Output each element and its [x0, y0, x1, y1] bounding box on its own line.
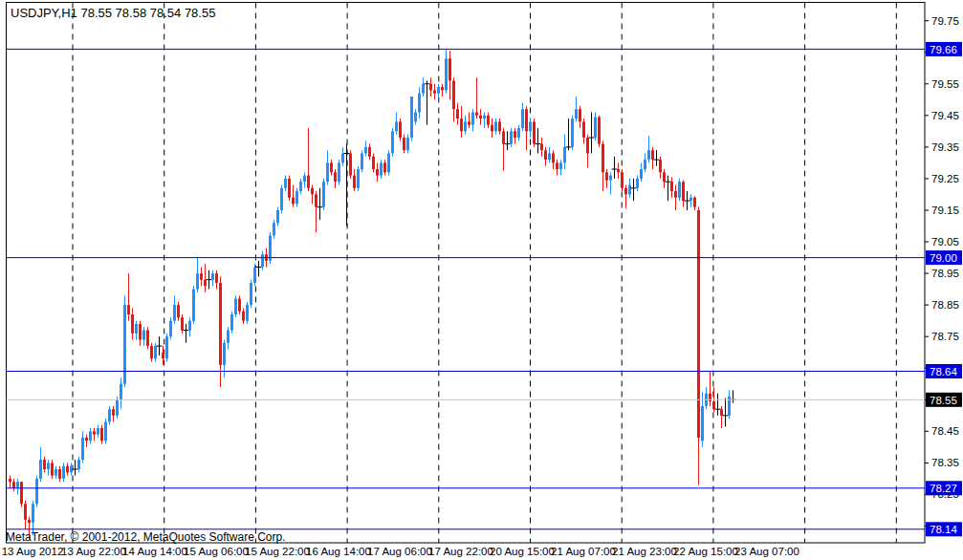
candle: [621, 169, 624, 191]
x-axis-label: 13 Aug 2012: [2, 546, 64, 557]
candle: [165, 334, 168, 362]
y-axis-label: 79.45: [931, 110, 959, 121]
candle: [250, 280, 252, 309]
y-axis-label: 79.15: [931, 205, 959, 216]
candle: [123, 295, 126, 387]
candle: [35, 476, 38, 507]
x-axis-label: 15 Aug 22:00: [245, 546, 310, 557]
candle: [571, 116, 574, 150]
level-price-badge-label: 78.14: [930, 524, 957, 535]
x-axis-label: 17 Aug 06:00: [367, 546, 432, 557]
chart-title: USDJPY,H1 78.55 78.58 78.54 78.55: [11, 6, 215, 20]
x-axis-label: 17 Aug 22:00: [428, 546, 493, 557]
copyright-text: MetaTrader, © 2001-2012, MetaQuotes Soft…: [6, 530, 286, 544]
x-axis-label: 20 Aug 15:00: [490, 546, 555, 557]
x-axis-label: 22 Aug 15:00: [673, 546, 738, 557]
x-axis-label: 16 Aug 14:00: [306, 546, 371, 557]
candle: [399, 118, 402, 140]
y-axis-label: 79.05: [931, 236, 959, 248]
x-axis-label: 13 Aug 22:00: [61, 546, 126, 557]
candle: [269, 232, 272, 264]
candle: [387, 150, 390, 175]
y-axis-label: 78.95: [931, 268, 959, 279]
candle: [230, 312, 233, 334]
candle: [361, 150, 363, 172]
candle: [146, 327, 149, 349]
candle: [280, 185, 283, 214]
candle: [192, 286, 195, 324]
level-price-badge-label: 79.66: [930, 44, 957, 55]
candle: [349, 150, 352, 179]
level-price-badge-label: 78.27: [930, 483, 957, 494]
candle: [338, 160, 340, 184]
candle: [533, 118, 536, 147]
level-price-badge-label: 78.64: [930, 366, 957, 377]
x-axis-label: 14 Aug 14:00: [122, 546, 187, 557]
candle: [169, 317, 172, 339]
candle: [104, 419, 107, 444]
candle: [391, 128, 394, 157]
mt4-chart-window: 79.7579.6579.5579.4579.3579.2579.1579.05…: [0, 0, 963, 560]
candle: [678, 179, 681, 201]
bid-price-badge-label: 78.55: [930, 395, 957, 406]
candle: [234, 295, 237, 317]
chart-background: [0, 0, 963, 560]
candle: [357, 166, 360, 191]
candle: [246, 302, 249, 324]
candle: [322, 179, 325, 210]
y-axis-label: 79.35: [931, 141, 959, 153]
candle: [288, 176, 291, 202]
y-axis-label: 78.85: [931, 299, 959, 311]
y-axis-label: 79.75: [931, 15, 959, 27]
y-axis-label: 79.55: [931, 78, 959, 90]
y-axis-label: 78.35: [931, 457, 959, 468]
candle: [598, 116, 601, 147]
level-price-badge-label: 79.00: [930, 252, 957, 264]
x-axis-label: 21 Aug 23:00: [612, 546, 677, 557]
x-axis-label: 15 Aug 06:00: [184, 546, 249, 557]
chart-canvas[interactable]: 79.7579.6579.5579.4579.3579.2579.1579.05…: [0, 0, 963, 560]
y-axis-label: 78.75: [931, 331, 959, 342]
candle: [20, 482, 23, 507]
y-axis-label: 79.25: [931, 173, 959, 184]
x-axis-label: 23 Aug 07:00: [734, 546, 799, 557]
x-axis-label: 21 Aug 07:00: [551, 546, 616, 557]
candle: [410, 97, 413, 140]
y-axis-label: 78.45: [931, 425, 959, 437]
